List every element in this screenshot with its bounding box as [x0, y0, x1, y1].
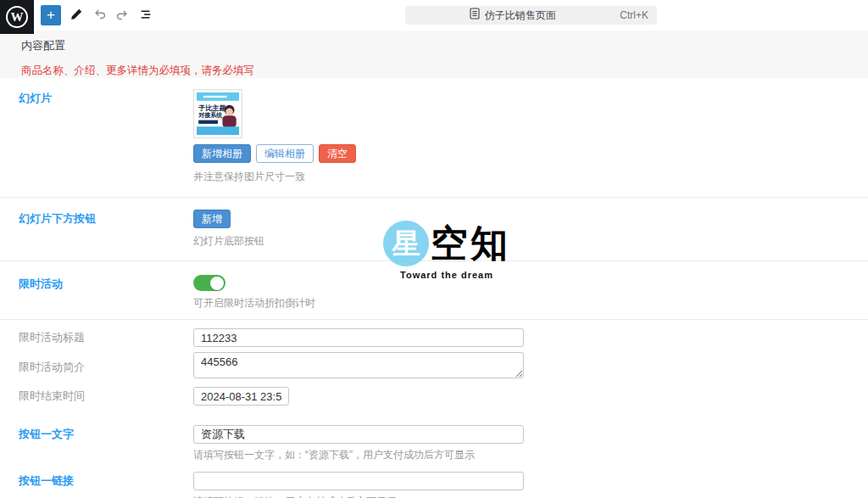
- form-row-activity-intro: 限时活动简介 445566: [0, 352, 868, 382]
- form-row-slideshow: 幻灯片 子比主题 对接系统: [0, 78, 868, 198]
- section-title: 内容配置: [21, 38, 868, 53]
- undo-button[interactable]: [92, 7, 108, 24]
- activity-title-label: 限时活动标题: [19, 330, 193, 345]
- activity-intro-textarea[interactable]: 445566: [193, 352, 524, 378]
- required-fields-warning: 商品名称、介绍、更多详情为必填项，请务必填写: [21, 64, 868, 78]
- button1-text-hint: 请填写按钮一文字，如：“资源下载”，用户支付成功后方可显示: [193, 448, 868, 462]
- limited-activity-label: 限时活动: [19, 275, 193, 311]
- slideshow-thumbnail[interactable]: 子比主题 对接系统: [193, 89, 242, 138]
- slideshow-button-hint: 幻灯片底部按钮: [193, 234, 868, 249]
- add-album-button[interactable]: 新增相册: [193, 144, 251, 163]
- clear-album-button[interactable]: 清空: [319, 144, 356, 163]
- thumb-text-line1: 子比主题: [198, 104, 226, 112]
- slideshow-button-label: 幻灯片下方按钮: [19, 210, 193, 249]
- limited-activity-toggle[interactable]: [193, 275, 225, 291]
- content-config-form: 幻灯片 子比主题 对接系统: [0, 78, 868, 498]
- command-bar-label: 仿子比销售页面: [485, 8, 556, 23]
- button1-link-input[interactable]: [193, 472, 524, 490]
- pencil-icon: [69, 7, 84, 25]
- edit-mode-button[interactable]: [68, 7, 85, 24]
- add-button[interactable]: 新增: [193, 210, 231, 228]
- wordpress-icon: W: [6, 6, 28, 28]
- block-inserter-button[interactable]: +: [41, 5, 61, 25]
- button1-link-label: 按钮一链接: [19, 472, 193, 498]
- list-view-icon: [138, 7, 153, 25]
- slideshow-hint: 并注意保持图片尺寸一致: [193, 170, 868, 184]
- block-editor-screen: W +: [0, 0, 868, 498]
- command-palette-bar[interactable]: 仿子比销售页面 Ctrl+K: [405, 6, 657, 25]
- activity-intro-label: 限时活动简介: [19, 360, 193, 375]
- form-row-activity-end: 限时结束时间: [0, 387, 868, 406]
- thumb-text-line2: 对接系统: [198, 111, 223, 119]
- limited-activity-hint: 可开启限时活动折扣倒计时: [193, 296, 868, 311]
- redo-button[interactable]: [114, 7, 131, 24]
- activity-end-label: 限时结束时间: [19, 389, 193, 404]
- form-row-button1-text: 按钮一文字 请填写按钮一文字，如：“资源下载”，用户支付成功后方可显示: [0, 416, 868, 462]
- edit-album-button[interactable]: 编辑相册: [256, 144, 314, 163]
- editor-toolbar: W +: [0, 0, 868, 31]
- list-view-button[interactable]: [137, 7, 154, 24]
- undo-icon: [92, 7, 108, 25]
- form-row-limited-activity: 限时活动 可开启限时活动折扣倒计时: [0, 261, 868, 320]
- command-shortcut: Ctrl+K: [620, 9, 657, 21]
- wordpress-logo[interactable]: W: [0, 0, 34, 34]
- activity-end-input[interactable]: [193, 387, 289, 406]
- form-row-slideshow-button: 幻灯片下方按钮 新增 幻灯片底部按钮: [0, 198, 868, 261]
- form-row-button1-link: 按钮一链接 请填写按钮一链接，用户支付成功后方可显示: [0, 462, 868, 498]
- button1-link-hint: 请填写按钮一链接，用户支付成功后方可显示: [193, 495, 868, 498]
- document-icon: [470, 8, 480, 23]
- redo-icon: [114, 8, 130, 23]
- button1-text-input[interactable]: [193, 425, 524, 444]
- button1-text-label: 按钮一文字: [19, 425, 193, 462]
- form-row-activity-title: 限时活动标题: [0, 328, 868, 347]
- content-config-header: 内容配置 商品名称、介绍、更多详情为必填项，请务必填写: [0, 31, 868, 78]
- slideshow-label: 幻灯片: [19, 89, 193, 184]
- activity-title-input[interactable]: [193, 328, 524, 347]
- activity-fields-section: 限时活动标题 限时活动简介 445566 限时结束时间: [0, 320, 868, 416]
- toggle-knob: [210, 277, 224, 290]
